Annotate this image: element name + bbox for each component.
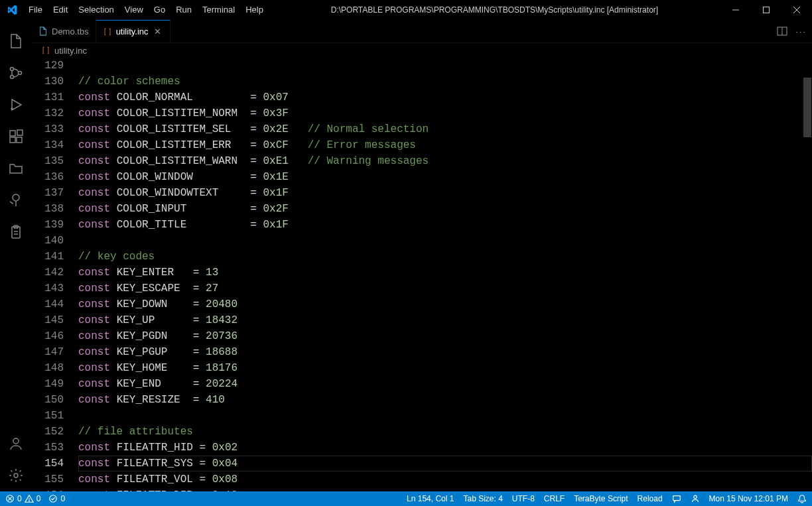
status-notifications-icon[interactable] [797,494,807,503]
split-editor-icon[interactable] [777,26,787,36]
status-problems[interactable]: 0 0 [5,494,40,503]
tab-label: utility.inc [116,27,149,36]
settings-gear-icon[interactable] [0,460,32,491]
brackets-icon [103,27,112,36]
close-button[interactable] [781,0,812,20]
menu-file[interactable]: File [23,0,48,20]
status-person-icon[interactable] [691,494,700,503]
menu-run[interactable]: Run [170,0,197,20]
status-bar: 0 0 0 Ln 154, Col 1 Tab Size: 4 UTF-8 CR… [0,491,812,506]
menu-go[interactable]: Go [149,0,170,20]
folder-icon[interactable] [0,153,32,184]
menu-help[interactable]: Help [240,0,269,20]
breadcrumb-label: utility.inc [54,46,87,56]
svg-point-18 [14,474,18,477]
editor-area: Demo.tbsutility.inc✕ ··· utility.inc 129… [32,20,812,491]
svg-point-25 [29,501,29,501]
extensions-icon[interactable] [0,121,32,153]
file-icon [38,27,48,36]
code-editor[interactable]: 1291301311321331341351361371381391401411… [32,58,812,491]
menu-view[interactable]: View [119,0,149,20]
svg-point-4 [11,68,14,71]
tab-actions: ··· [777,20,812,42]
more-actions-icon[interactable]: ··· [795,27,807,36]
status-cursor-position[interactable]: Ln 154, Col 1 [407,494,454,503]
source-control-icon[interactable] [0,57,32,89]
tab-demo-tbs[interactable]: Demo.tbs [32,20,96,42]
titlebar: FileEditSelectionViewGoRunTerminalHelp D… [0,0,812,20]
status-eol[interactable]: CRLF [544,494,565,503]
clipboard-icon[interactable] [0,216,32,248]
account-icon[interactable] [0,428,32,460]
explorer-icon[interactable] [0,25,32,57]
status-reload[interactable]: Reload [638,494,663,503]
menu-terminal[interactable]: Terminal [197,0,240,20]
status-datetime[interactable]: Mon 15 Nov 12:01 PM [709,494,788,503]
status-tab-size[interactable]: Tab Size: 4 [463,494,502,503]
status-encoding[interactable]: UTF-8 [512,494,535,503]
svg-point-5 [11,76,14,79]
svg-point-7 [11,108,13,109]
svg-rect-27 [673,496,680,501]
svg-rect-1 [764,7,770,13]
minimize-button[interactable] [720,0,751,20]
svg-point-28 [693,495,696,498]
svg-rect-8 [10,131,15,136]
tab-label: Demo.tbs [52,27,89,36]
svg-point-6 [19,72,22,75]
window-controls [720,0,812,20]
run-debug-icon[interactable] [0,89,32,121]
vscode-logo-icon [0,5,23,15]
tab-bar: Demo.tbsutility.inc✕ ··· [32,20,812,43]
svg-rect-9 [10,137,15,143]
main-menu: FileEditSelectionViewGoRunTerminalHelp [23,0,269,20]
status-port[interactable]: 0 [48,494,65,503]
main-area: Demo.tbsutility.inc✕ ··· utility.inc 129… [0,20,812,491]
menu-selection[interactable]: Selection [73,0,119,20]
svg-point-26 [50,495,57,503]
github-icon[interactable] [0,184,32,216]
menu-edit[interactable]: Edit [48,0,73,20]
window-title: D:\PORTABLE PROGRAMS\PROGRAMMING\TBOSDTS… [269,5,720,15]
maximize-button[interactable] [751,0,781,20]
status-language[interactable]: TeraByte Script [574,494,628,503]
line-number-gutter: 1291301311321331341351361371381391401411… [32,58,78,491]
brackets-icon [41,46,50,55]
svg-point-12 [13,194,19,201]
breadcrumb[interactable]: utility.inc [32,43,812,58]
activity-bar [0,20,32,491]
scrollbar-thumb[interactable] [803,78,811,137]
code-content[interactable]: // color schemesconst COLOR_NORMAL = 0x0… [78,58,812,491]
close-tab-icon[interactable]: ✕ [153,27,163,36]
tab-utility-inc[interactable]: utility.inc✕ [96,20,170,42]
svg-rect-11 [17,130,23,135]
svg-point-17 [13,438,19,444]
status-feedback-icon[interactable] [672,494,681,503]
svg-rect-10 [17,137,22,143]
